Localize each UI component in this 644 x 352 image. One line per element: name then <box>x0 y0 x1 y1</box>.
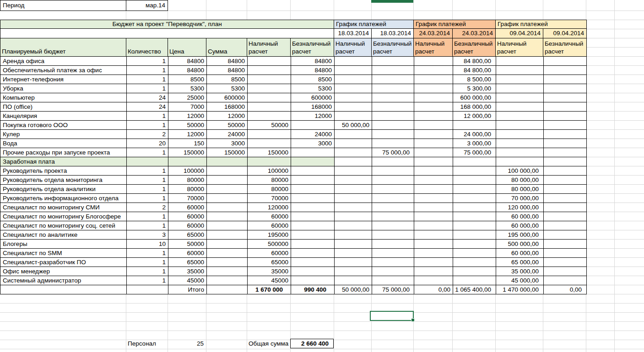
totals-g2-noncash[interactable]: 1 065 400,00 <box>453 285 491 294</box>
table-row[interactable]: Руководитель информационного отдела17000… <box>0 194 586 203</box>
row-label[interactable]: Офис менеджер <box>3 267 50 276</box>
cell-value[interactable]: 12000 <box>168 112 204 120</box>
section-row-salary[interactable]: Заработная плата <box>0 157 586 166</box>
table-row[interactable]: Специалист по мониторингу СМИ26000012000… <box>0 203 586 212</box>
cell-value[interactable]: 50000 <box>207 121 245 129</box>
personnel-label[interactable]: Персонал <box>128 339 156 348</box>
grand-total-value[interactable]: 2 660 400 <box>290 339 334 348</box>
cell-value[interactable]: 150 <box>168 139 204 148</box>
cell-value[interactable]: 1 <box>127 258 166 267</box>
cell-value[interactable]: 84800 <box>291 66 332 75</box>
cell-value[interactable]: 1 <box>127 212 166 221</box>
row-label[interactable]: Специалист-разработчик ПО <box>3 258 86 267</box>
cell-value[interactable]: 80000 <box>168 185 204 193</box>
table-row[interactable]: Специалист по SMM1600006000060 000,00 <box>0 249 586 258</box>
cell-period-value[interactable]: мар.14 <box>126 0 168 11</box>
row-label[interactable]: Компьютер <box>3 93 35 102</box>
cell-value[interactable]: 35000 <box>248 267 288 276</box>
cell-value[interactable]: 12000 <box>291 112 332 120</box>
col-header-noncash[interactable]: Безналичный расчет <box>291 38 334 56</box>
cell-value[interactable]: 1 <box>127 84 166 93</box>
cell-value[interactable]: 24000 <box>291 130 332 139</box>
cell-value[interactable]: 2 <box>127 203 166 212</box>
cell-value[interactable]: 1 <box>127 249 166 257</box>
cell-value[interactable]: 20 <box>127 139 166 148</box>
cell-value[interactable]: 70000 <box>168 194 204 203</box>
row-label[interactable]: Специалист по SMM <box>3 249 62 257</box>
cell-value[interactable]: 1 <box>127 166 166 175</box>
cell-value[interactable]: 80 000,00 <box>496 185 539 193</box>
cell-value[interactable]: 600 000,00 <box>453 93 491 102</box>
cell-value[interactable]: 2 <box>127 130 166 139</box>
totals-g2-cash[interactable]: 0,00 <box>414 285 450 294</box>
cell-value[interactable]: 5300 <box>168 84 204 93</box>
cell-value[interactable]: 1 <box>127 276 166 285</box>
table-row[interactable]: Канцелярия112000120001200012 000,00 <box>0 112 586 121</box>
cell-value[interactable]: 1 <box>127 194 166 203</box>
cell-value[interactable]: 12 000,00 <box>453 112 491 120</box>
table-row[interactable]: Обеспечительный платеж за офис1848008480… <box>0 66 586 75</box>
row-label[interactable]: Кулер <box>3 130 20 139</box>
table-row[interactable]: Системный администратор1450004500045 000… <box>0 276 586 285</box>
selected-cell[interactable] <box>370 311 414 321</box>
table-row[interactable]: ПО (office)247000168000168000168 000,00 <box>0 102 586 112</box>
cell-value[interactable]: 60000 <box>168 212 204 221</box>
cell-value[interactable]: 100 000,00 <box>496 166 539 175</box>
cell-value[interactable]: 150000 <box>207 148 245 157</box>
schedule-2-date-noncash[interactable]: 24.03.2014 <box>453 29 496 38</box>
cell-value[interactable]: 65 000,00 <box>496 258 539 267</box>
cell-value[interactable]: 1 <box>127 75 166 84</box>
cell-value[interactable]: 35 000,00 <box>496 267 539 276</box>
section-label[interactable]: Заработная плата <box>3 157 55 166</box>
cell-value[interactable]: 168 000,00 <box>453 102 491 111</box>
col-header-g3-noncash[interactable]: Безналичный расчет <box>543 38 586 56</box>
col-header-g3-cash[interactable]: Наличный расчет <box>496 38 543 56</box>
schedule-1-title[interactable]: График платежей <box>334 20 414 28</box>
col-header-g2-cash[interactable]: Наличный расчет <box>414 38 453 56</box>
cell-value[interactable]: 7000 <box>168 102 204 111</box>
cell-value[interactable]: 195 000,00 <box>496 230 539 239</box>
table-row[interactable]: Уборка15300530053005 300,00 <box>0 84 586 93</box>
cell-value[interactable]: 3000 <box>207 139 245 148</box>
table-title[interactable]: Бюджет на проект "Переводчик", план <box>0 20 334 28</box>
cell-value[interactable]: 1 <box>127 66 166 75</box>
row-label[interactable]: Руководитель отдела мониторинга <box>3 176 103 184</box>
table-row[interactable]: Вода20150300030003 000,00 <box>0 139 586 148</box>
cell-value[interactable]: 60000 <box>168 249 204 257</box>
totals-g3-cash[interactable]: 1 470 000,00 <box>496 285 539 294</box>
table-row[interactable]: Покупка готового ООО150000500005000050 0… <box>0 121 586 130</box>
table-row[interactable]: Компьютер2425000600000600000600 000,00 <box>0 93 586 102</box>
schedule-3-date-noncash[interactable]: 09.04.2014 <box>543 29 586 38</box>
cell-value[interactable]: 500000 <box>248 240 288 248</box>
row-label[interactable]: Руководитель отдела аналитики <box>3 185 96 193</box>
cell-value[interactable]: 168000 <box>207 102 245 111</box>
table-row[interactable]: Специалист по мониторингу соц. сетей1600… <box>0 221 586 230</box>
fill-handle[interactable] <box>411 318 415 322</box>
cell-value[interactable]: 5300 <box>207 84 245 93</box>
row-label[interactable]: Руководитель проекта <box>3 166 67 175</box>
row-label[interactable]: Прочие расходы при запуске проекта <box>3 148 110 157</box>
schedule-2-title[interactable]: График платежей <box>414 20 496 28</box>
cell-value[interactable]: 25000 <box>168 93 204 102</box>
cell-value[interactable]: 65000 <box>248 258 288 267</box>
grand-total-label[interactable]: Общая сумма <box>249 339 288 348</box>
table-row[interactable]: Интернет-телефония18500850085008 500,00 <box>0 75 586 84</box>
totals-g1-cash[interactable]: 50 000,00 <box>335 285 369 294</box>
cell-value[interactable]: 24 000,00 <box>453 130 491 139</box>
cell-value[interactable]: 195000 <box>248 230 288 239</box>
row-label[interactable]: Специалист по мониторингу Блогосфере <box>3 212 121 221</box>
cell-value[interactable]: 60000 <box>168 203 204 212</box>
table-row[interactable]: Блогеры1050000500000500 000,00 <box>0 240 586 249</box>
totals-g3-noncash[interactable]: 0,00 <box>544 285 582 294</box>
cell-value[interactable]: 100000 <box>248 166 288 175</box>
cell-value[interactable]: 60000 <box>168 221 204 230</box>
cell-value[interactable]: 120000 <box>248 203 288 212</box>
cell-value[interactable]: 5 300,00 <box>453 84 491 93</box>
totals-row[interactable]: Итого 1 670 000 990 400 50 000,00 75 000… <box>0 285 586 294</box>
table-row[interactable]: Аренда офиса184800848008480084 800,00 <box>0 57 586 66</box>
cell-value[interactable]: 10 <box>127 240 166 248</box>
cell-value[interactable]: 35000 <box>168 267 204 276</box>
cell-value[interactable]: 3 000,00 <box>453 139 491 148</box>
table-row[interactable]: Специалист по аналитике365000195000195 0… <box>0 230 586 240</box>
col-header-qty[interactable]: Количество <box>126 38 168 56</box>
